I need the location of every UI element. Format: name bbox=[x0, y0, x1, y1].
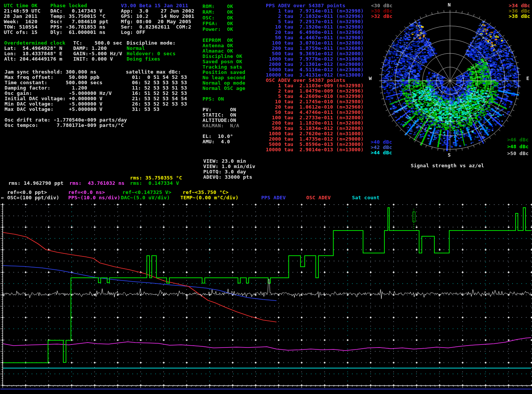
scale-dac: DAC~(5.0 uV/div) bbox=[121, 195, 170, 200]
pps-adev-table-line: 200 tau 1.8759e-011 (n=32600) bbox=[266, 46, 364, 51]
plot-area[interactable] bbox=[3, 203, 532, 386]
receiver-selftest-line: FPGA: OK bbox=[203, 21, 233, 26]
loop-params-line: DAMP: 1.200 bbox=[73, 46, 122, 51]
dbc-gt50: >50 dBc bbox=[507, 151, 529, 156]
sat-max-dbc-line: 31: 53 53 bbox=[126, 107, 187, 112]
osc-params-line: Osc tempco: 7.780171e-009 parts/°C bbox=[5, 123, 127, 128]
position-info-line: Lon: 18.4337848° E bbox=[4, 51, 66, 56]
osc-adev-table-line: OSC ADEV over 54387 points bbox=[266, 78, 364, 83]
dbc-gt34: >34 dBc bbox=[509, 3, 530, 8]
gps-status-line: No leap second bbox=[203, 75, 245, 80]
gps-status: EEPROM OKAntenna OKAlmanac OKDiscipline … bbox=[203, 38, 245, 91]
gps-status-line: Saved posn OK bbox=[203, 59, 245, 64]
fix-settings-line: PV: ON bbox=[203, 107, 239, 112]
gps-status-line: Normal op mode bbox=[203, 80, 245, 86]
gps-status-line: Normal OSC age bbox=[203, 86, 245, 91]
discipline-mode-line: Normal bbox=[127, 46, 175, 51]
osc-adev-table-line: 1000 tau 2.7620e-012 (n=31000) bbox=[266, 131, 364, 136]
compass-east-label: E bbox=[526, 76, 529, 81]
legend-sat-count: Sat count bbox=[352, 195, 379, 200]
fix-settings-line: EL: 10.0° bbox=[203, 134, 239, 139]
gps-status-line: Almanac OK bbox=[203, 48, 245, 54]
compass-west-label: W bbox=[369, 76, 372, 81]
pps-adev-table-line: 50 tau 4.4467e-011 (n=32900) bbox=[266, 35, 364, 40]
receiver-selftest-line: RAM: OK bbox=[203, 9, 233, 15]
loop-params-line: INIT: 0.000 V bbox=[73, 56, 122, 62]
view-settings-line: VIEW: 23.0 min bbox=[203, 159, 255, 164]
time-status-line: TOW: 510554 bbox=[4, 24, 40, 30]
dbc-lt30: <30 dBc bbox=[371, 3, 392, 8]
sat-max-dbc-line: 26: 53 52 52 53 53 bbox=[126, 101, 187, 107]
osc-params-line: Min DAC voltage: -5.000000 V bbox=[5, 101, 127, 107]
loop-params: TC: 500.0 secDAMP: 1.200GAIN:-5.000 Hz/V… bbox=[73, 40, 122, 62]
fix-settings-line: STATIC: ON bbox=[203, 112, 239, 118]
pps-adev-table-line: 10000 tau 3.4131e-012 (n=13000) bbox=[266, 72, 364, 78]
time-status-line: UTC time OK bbox=[4, 3, 40, 8]
scale-osc: ← OSC=(100 ppt/div) bbox=[1, 195, 59, 200]
time-status-line: Week: 1620 bbox=[4, 19, 40, 24]
discipline-mode-line: Discipline mode: bbox=[127, 40, 175, 46]
sat-max-dbc-line: 01: 0 51 54 52 53 bbox=[126, 75, 187, 80]
legend-pps-adev: PPS ADEV bbox=[261, 195, 286, 200]
discipline-mode: Discipline mode:NormalHoldover: 0 secsDo… bbox=[127, 40, 175, 62]
sat-max-dbc-line: 06: 52 53 53 53 53 bbox=[126, 80, 187, 85]
osc-params-line bbox=[5, 112, 127, 117]
position-info-line: Alt: 204.46449176 m bbox=[4, 56, 66, 62]
view-settings-line: VIEW: 1.0 min/div bbox=[203, 164, 255, 169]
osc-adev-table-line: 5 tau 4.2609e-010 (n=32990) bbox=[266, 94, 364, 99]
compass-north-label: N bbox=[448, 2, 451, 8]
fix-settings-line bbox=[203, 102, 239, 107]
osc-adev-table-line: 50 tau 4.4746e-011 (n=32900) bbox=[266, 110, 364, 115]
phase-status-line: Dly: 61.000001 ns bbox=[50, 30, 109, 35]
ref-pps: ref=<0.0 ns> bbox=[68, 190, 105, 195]
fix-settings-line: PPS: ON bbox=[203, 96, 239, 102]
osc-params-line: Osc gain: -5.000000 Hz/V bbox=[5, 91, 127, 96]
polar-caption: Signal strength vs az/el bbox=[411, 163, 484, 168]
dbc-gt44: >44 dBc bbox=[371, 150, 392, 155]
osc-params-line: Max DAC voltage: +5.000000 V bbox=[5, 107, 127, 112]
scale-temp: TEMP~(0.00 m°C/div) bbox=[180, 195, 239, 200]
sat-max-dbc-line: 21: 53 52 53 54 54 bbox=[126, 96, 187, 101]
version-info-line: Mfg: 08:00 20 May 2005 bbox=[121, 19, 194, 24]
gps-status-line: Position saved bbox=[203, 70, 245, 75]
fix-settings-line: ALTITUDE:ON bbox=[203, 118, 239, 123]
osc-adev-table-line: 20 tau 1.0612e-010 (n=32960) bbox=[266, 104, 364, 110]
pps-adev-table-line: 1000 tau 7.9778e-012 (n=31000) bbox=[266, 56, 364, 62]
phase-status-line: Phase locked bbox=[50, 3, 109, 8]
scale-pps: PPS~(10.0 ns/div) bbox=[68, 195, 120, 200]
legend-osc-adev: OSC ADEV bbox=[306, 195, 331, 200]
osc-adev-table-line: 200 tau 1.1820e-011 (n=32600) bbox=[266, 120, 364, 126]
gps-status-line: EEPROM OK bbox=[203, 38, 245, 43]
pps-adev-table-line: 10 tau 7.1920e-011 (n=32980) bbox=[266, 24, 364, 30]
view-settings-line: PLOTQ: 3.0 day bbox=[203, 169, 255, 175]
osc-adev-table-line: 500 tau 5.1034e-012 (n=32000) bbox=[266, 126, 364, 131]
phase-status-line: Temp: 35.750015 °C bbox=[50, 14, 109, 19]
fix-settings-line: KALMAN: N/A bbox=[203, 123, 239, 128]
polar-signal-display bbox=[381, 11, 519, 149]
osc-adev-table-line: 10 tau 2.1745e-010 (n=32980) bbox=[266, 99, 364, 104]
position-info: Overdetermined clockLat: 54.4964928° NLo… bbox=[4, 40, 66, 62]
sat-max-dbc-line: 16: 51 52 52 52 53 bbox=[126, 91, 187, 96]
time-status-line: 28 Jan 2011 bbox=[4, 14, 40, 19]
view-settings-line: ADEVQ: 33000 pts bbox=[203, 175, 255, 180]
time-status-line: 21:48:59 UTC bbox=[4, 8, 40, 14]
osc-adev-table-line: 1 tau 2.1103e-009 (n=32998) bbox=[266, 83, 364, 88]
pps-adev-table-line: 1 tau 7.9714e-011 (n=32998) bbox=[266, 8, 364, 14]
version-info-line: Log: OFF bbox=[121, 30, 194, 35]
rms-pps: rms: 43.761032 ns bbox=[69, 181, 124, 186]
osc-params: Jam sync threshold: 300.000 nsMax freq o… bbox=[5, 69, 127, 128]
osc-params-line: Osc drift rate: -1.770540e-009 parts/day bbox=[5, 117, 127, 123]
sat-max-dbc-line: 11: 52 53 53 51 53 bbox=[126, 85, 187, 91]
receiver-selftest-line: ROM: OK bbox=[203, 3, 233, 9]
position-info-line: Lat: 54.4964928° N bbox=[4, 46, 66, 51]
osc-params-line: Time constant: 500.000 secs bbox=[5, 80, 127, 85]
osc-adev-table-line: 5000 tau 5.8596e-013 (n=23000) bbox=[266, 142, 364, 147]
gps-status-line: Antenna OK bbox=[203, 43, 245, 48]
compass-south-label: S bbox=[448, 152, 451, 158]
pps-adev-table-line: 500 tau 9.3691e-012 (n=32000) bbox=[266, 51, 364, 56]
osc-params-line: Jam sync threshold: 300.000 ns bbox=[5, 69, 127, 75]
pps-adev-table-line: 5 tau 7.2917e-011 (n=32990) bbox=[266, 19, 364, 24]
version-info: V3.00 Beta 15 Jan 2011App: 3.0 27 Jun 20… bbox=[121, 3, 194, 35]
osc-adev-table-line: 2000 tau 1.4735e-012 (n=29000) bbox=[266, 136, 364, 142]
pps-adev-table-line: 5000 tau 4.5116e-012 (n=23000) bbox=[266, 67, 364, 72]
